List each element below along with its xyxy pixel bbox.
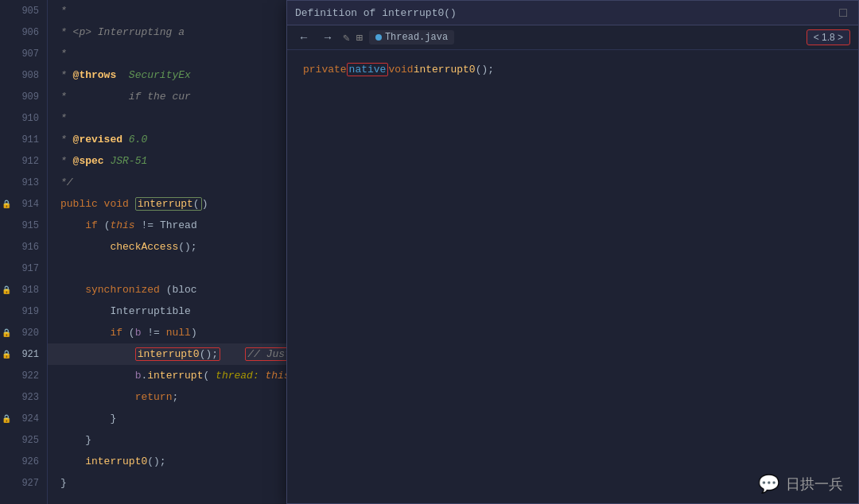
forward-button[interactable]: → <box>319 29 336 45</box>
line-927: 927 <box>0 472 47 494</box>
popup-content: private native void interrupt0 (); <box>287 50 858 88</box>
lock-icon-921: 🔒 <box>2 350 11 359</box>
line-918: 🔒 918 <box>0 279 47 300</box>
line-911: 911 <box>0 129 47 150</box>
wechat-icon: 💬 <box>758 474 779 494</box>
line-917: 917 <box>0 258 47 279</box>
file-dot <box>375 34 382 41</box>
popup-toolbar: ← → ✎ ⊞ Thread.java < 1.8 > <box>287 25 858 50</box>
line-912: 912 <box>0 150 47 172</box>
lock-icon-924: 🔒 <box>2 414 11 424</box>
popup-close-button[interactable]: □ <box>836 6 850 20</box>
native-highlight: native <box>347 63 389 76</box>
line-numbers: 905 906 907 908 909 910 911 912 913 🔒 91… <box>0 0 48 504</box>
line-926: 926 <box>0 451 47 472</box>
back-button[interactable]: ← <box>295 29 313 45</box>
line-916: 916 <box>0 236 47 258</box>
edit-icon[interactable]: ✎ <box>343 31 349 45</box>
line-906: 906 <box>0 21 47 43</box>
line-909: 909 <box>0 86 47 107</box>
file-name: Thread.java <box>385 32 448 43</box>
line-914: 🔒 914 <box>0 193 47 215</box>
pin-icon[interactable]: ⊞ <box>356 31 362 45</box>
lock-icon-920: 🔒 <box>2 328 11 338</box>
definition-popup: Definition of interrupt0() □ ← → ✎ ⊞ Thr… <box>286 0 859 504</box>
line-908: 908 <box>0 64 47 86</box>
method-highlight-914: interrupt( <box>135 197 202 211</box>
lock-icon-918: 🔒 <box>2 285 11 295</box>
line-905: 905 <box>0 0 47 21</box>
line-925: 925 <box>0 429 47 451</box>
line-915: 915 <box>0 215 47 236</box>
line-924: 🔒 924 <box>0 408 47 429</box>
line-913: 913 <box>0 172 47 193</box>
line-910: 910 <box>0 107 47 129</box>
line-919: 919 <box>0 300 47 322</box>
line-921: 🔒 921 <box>0 343 47 365</box>
line-923: 923 <box>0 386 47 408</box>
line-907: 907 <box>0 43 47 64</box>
watermark: 💬 日拱一兵 <box>758 474 843 494</box>
file-tab[interactable]: Thread.java <box>369 30 454 45</box>
popup-title: Definition of interrupt0() <box>295 7 457 19</box>
popup-header: Definition of interrupt0() □ <box>287 1 858 25</box>
line-920: 🔒 920 <box>0 322 47 343</box>
editor-container: 905 906 907 908 909 910 911 912 913 🔒 91… <box>0 0 859 504</box>
line-922: 922 <box>0 365 47 386</box>
watermark-text: 日拱一兵 <box>786 475 843 494</box>
lock-icon-914: 🔒 <box>2 200 11 209</box>
popup-code-line: private native void interrupt0 (); <box>303 58 842 80</box>
version-badge[interactable]: < 1.8 > <box>807 29 850 45</box>
interrupt0-box: interrupt0(); <box>135 347 220 361</box>
